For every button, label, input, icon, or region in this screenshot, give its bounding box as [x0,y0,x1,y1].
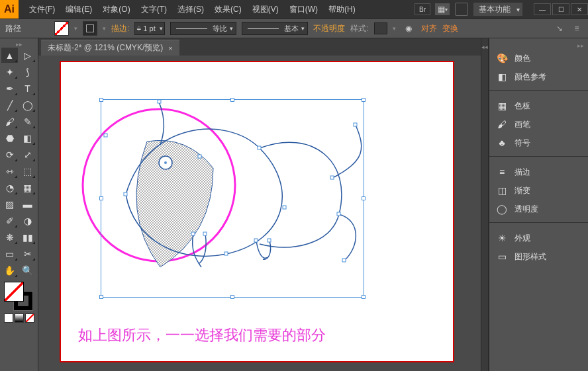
color-guide-icon: ◧ [496,71,508,83]
document-area: 未标题-2* @ 121% (CMYK/预览) × [38,38,481,371]
selection-tool[interactable]: ▲ [1,48,18,63]
stroke-panel-link[interactable]: 描边: [111,23,129,34]
document-tab[interactable]: 未标题-2* @ 121% (CMYK/预览) × [41,40,179,56]
blob-brush-tool[interactable]: ⬣ [1,130,18,145]
maximize-button[interactable]: ☐ [552,3,569,15]
eyedropper-tool[interactable]: ✐ [1,213,18,228]
stroke-weight-input[interactable]: ≑1 pt▾ [134,22,165,35]
resize-handle[interactable] [230,295,234,299]
lasso-tool[interactable]: ⟆ [19,64,36,79]
width-tool[interactable]: ⇿ [1,163,18,179]
type-tool[interactable]: T [19,81,36,96]
menu-type[interactable]: 文字(T) [136,0,172,19]
column-graph-tool[interactable]: ▮▮ [19,229,36,245]
pencil-tool[interactable]: ✎ [19,114,36,129]
panel-symbols[interactable]: ♣符号 [489,134,588,152]
isolate-button[interactable]: ↘ [554,22,565,34]
resize-handle[interactable] [362,295,366,299]
free-transform-tool[interactable]: ⬚ [19,163,36,179]
artboard-tool[interactable]: ▭ [1,246,18,261]
resize-handle[interactable] [99,196,103,200]
search-button[interactable] [454,2,469,17]
profile-select[interactable]: 等比▾ [170,22,236,35]
eraser-tool[interactable]: ◧ [19,130,36,145]
panel-collapse-strip[interactable]: ◂◂ [481,38,489,371]
close-tab-icon[interactable]: × [168,44,172,52]
document-tabs: 未标题-2* @ 121% (CMYK/预览) × [38,38,481,56]
resize-handle[interactable] [99,98,103,102]
menu-view[interactable]: 视图(V) [247,0,284,19]
none-mode[interactable] [25,313,34,323]
gradient-mode[interactable] [15,313,24,323]
panel-menu[interactable]: ≡ [571,22,583,34]
panel-color-guide[interactable]: ◧颜色参考 [489,67,588,86]
style-swatch[interactable] [374,22,387,34]
transparency-icon: ◯ [496,203,508,215]
zoom-tool[interactable]: 🔍 [19,263,36,278]
panel-color[interactable]: 🎨颜色 [489,49,588,67]
fill-color[interactable] [4,282,24,302]
minimize-button[interactable]: — [534,3,551,15]
paintbrush-tool[interactable]: 🖌 [1,114,18,129]
menu-window[interactable]: 窗口(W) [284,0,323,19]
panel-swatches[interactable]: ▦色板 [489,97,588,115]
panel-gradient[interactable]: ◫渐变 [489,181,588,200]
rotate-tool[interactable]: ⟳ [1,147,18,162]
menu-select[interactable]: 选择(S) [172,0,209,19]
gradient-tool[interactable]: ▬ [19,196,36,212]
panel-stroke[interactable]: ≡描边 [489,163,588,181]
symbol-sprayer-tool[interactable]: ❋ [1,229,18,245]
recolor-button[interactable]: ◉ [401,21,416,36]
brush-def-select[interactable]: 基本▾ [242,22,308,35]
menu-edit[interactable]: 编辑(E) [60,0,97,19]
menu-bar: Ai 文件(F) 编辑(E) 对象(O) 文字(T) 选择(S) 效果(C) 视… [0,0,588,19]
control-bar: 路径 ▾ ▾ 描边: ≑1 pt▾ 等比▾ 基本▾ 不透明度 样式: ▾ ◉ 对… [0,19,588,38]
blend-tool[interactable]: ◑ [19,213,36,228]
magic-wand-tool[interactable]: ✦ [1,64,18,79]
color-mode[interactable] [4,313,13,323]
appearance-icon: ☀ [496,232,508,244]
transform-link[interactable]: 变换 [442,23,458,34]
artboard[interactable]: 如上图所示，一一选择我们需要的部分 [60,61,454,362]
stroke-swatch[interactable] [83,21,97,36]
panel-graphic-styles[interactable]: ▭图形样式 [489,247,588,266]
resize-handle[interactable] [362,98,366,102]
menu-file[interactable]: 文件(F) [24,0,60,19]
panel-appearance[interactable]: ☀外观 [489,229,588,247]
selection-bounding-box[interactable] [101,99,364,298]
selection-type-label: 路径 [5,23,21,34]
align-link[interactable]: 对齐 [421,23,437,34]
pen-tool[interactable]: ✒ [1,81,18,96]
menu-help[interactable]: 帮助(H) [323,0,361,19]
direct-selection-tool[interactable]: ▷ [19,48,36,63]
panel-brushes[interactable]: 🖌画笔 [489,115,588,134]
slice-tool[interactable]: ✂ [19,246,36,261]
opacity-link[interactable]: 不透明度 [313,23,345,34]
gradient-icon: ◫ [496,185,508,196]
close-button[interactable]: ✕ [571,3,588,15]
panel-transparency[interactable]: ◯透明度 [489,200,588,218]
arrange-docs-button[interactable]: ▦▾ [434,3,450,16]
line-tool[interactable]: ╱ [1,97,18,112]
canvas[interactable]: 如上图所示，一一选择我们需要的部分 [38,56,481,371]
stroke-icon: ≡ [496,166,508,178]
style-label: 样式: [350,23,368,34]
scale-tool[interactable]: ⤢ [19,147,36,162]
resize-handle[interactable] [230,98,234,102]
graphic-styles-icon: ▭ [496,251,508,263]
bridge-button[interactable]: Br [415,3,430,15]
annotation-text: 如上图所示，一一选择我们需要的部分 [78,325,326,345]
mesh-tool[interactable]: ▨ [1,196,18,212]
ellipse-tool[interactable]: ◯ [19,97,36,112]
live-paint-tool[interactable]: ▦ [19,180,36,195]
shape-builder-tool[interactable]: ◔ [1,180,18,195]
palette-icon: 🎨 [496,52,508,64]
resize-handle[interactable] [99,295,103,299]
resize-handle[interactable] [362,196,366,200]
fill-swatch[interactable] [54,21,69,36]
workspace-switcher[interactable]: 基本功能 [473,2,523,17]
menu-object[interactable]: 对象(O) [97,0,135,19]
hand-tool[interactable]: ✋ [1,263,18,278]
menu-effect[interactable]: 效果(C) [209,0,247,19]
fill-stroke-control[interactable] [4,282,33,311]
